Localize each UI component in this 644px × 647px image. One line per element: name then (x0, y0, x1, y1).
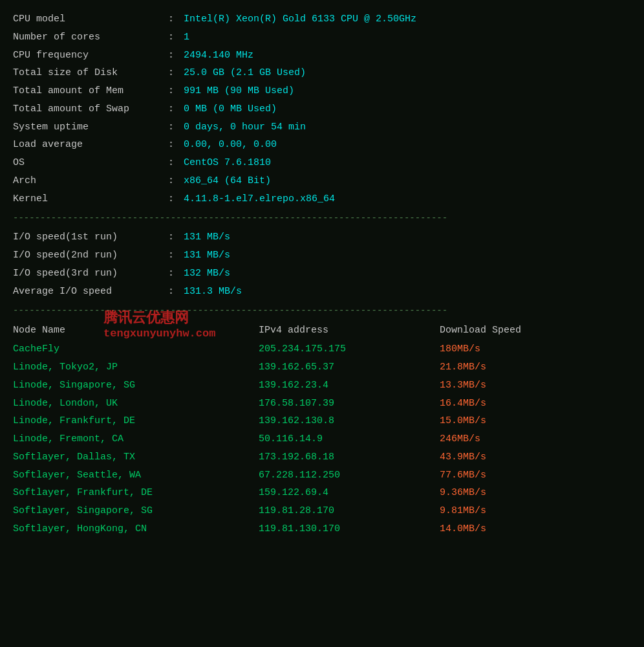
disk-row: Total size of Disk : 25.0 GB (2.1 GB Use… (13, 64, 631, 82)
net-speed: 43.9MB/s (440, 448, 631, 466)
network-row: Softlayer, Singapore, SG119.81.28.1709.8… (13, 502, 631, 520)
load-row: Load average : 0.00, 0.00, 0.00 (13, 136, 631, 154)
io-run3-value: 132 MB/s (184, 265, 230, 283)
io-run1-value: 131 MB/s (184, 228, 230, 247)
network-row: Linode, Frankfurt, DE139.162.130.815.0MB… (13, 412, 631, 430)
net-ipv4: 119.81.28.170 (259, 502, 440, 520)
cpu-freq-row: CPU frequency : 2494.140 MHz (13, 47, 631, 65)
cores-row: Number of cores : 1 (13, 28, 631, 47)
io-avg-row: Average I/O speed : 131.3 MB/s (13, 283, 631, 301)
kernel-row: Kernel : 4.11.8-1.el7.elrepo.x86_64 (13, 190, 631, 208)
col-ipv4-header: IPv4 address (259, 321, 440, 340)
system-info-section: CPU model : Intel(R) Xeon(R) Gold 6133 C… (13, 10, 631, 208)
col-speed-header: Download Speed (440, 321, 631, 340)
cores-label: Number of cores (13, 28, 168, 47)
os-value: CentOS 7.6.1810 (184, 154, 271, 172)
kernel-label: Kernel (13, 190, 168, 208)
cores-value: 1 (184, 28, 189, 47)
net-ipv4: 159.122.69.4 (259, 484, 440, 502)
net-node-name: Softlayer, Singapore, SG (13, 502, 259, 520)
net-node-name: Linode, Fremont, CA (13, 430, 259, 448)
disk-value: 25.0 GB (2.1 GB Used) (184, 64, 306, 82)
cpu-model-row: CPU model : Intel(R) Xeon(R) Gold 6133 C… (13, 10, 631, 28)
io-run3-row: I/O speed(3rd run) : 132 MB/s (13, 265, 631, 283)
io-run2-row: I/O speed(2nd run) : 131 MB/s (13, 247, 631, 265)
net-speed: 9.81MB/s (440, 502, 631, 520)
disk-label: Total size of Disk (13, 64, 168, 82)
net-ipv4: 50.116.14.9 (259, 430, 440, 448)
net-node-name: Softlayer, Seattle, WA (13, 466, 259, 485)
network-row: Linode, Fremont, CA50.116.14.9246MB/s (13, 430, 631, 448)
page-wrapper: CPU model : Intel(R) Xeon(R) Gold 6133 C… (13, 10, 631, 538)
swap-row: Total amount of Swap : 0 MB (0 MB Used) (13, 100, 631, 118)
swap-label: Total amount of Swap (13, 100, 168, 118)
net-speed: 77.6MB/s (440, 466, 631, 485)
io-run2-value: 131 MB/s (184, 247, 230, 265)
uptime-row: System uptime : 0 days, 0 hour 54 min (13, 118, 631, 137)
network-row: Softlayer, Frankfurt, DE159.122.69.49.36… (13, 484, 631, 502)
net-node-name: Linode, Singapore, SG (13, 377, 259, 395)
net-node-name: CacheFly (13, 340, 259, 358)
arch-value: x86_64 (64 Bit) (184, 172, 271, 190)
net-ipv4: 205.234.175.175 (259, 340, 440, 358)
network-row: Softlayer, Dallas, TX173.192.68.1843.9MB… (13, 448, 631, 466)
io-avg-label: Average I/O speed (13, 283, 168, 301)
io-run3-label: I/O speed(3rd run) (13, 265, 168, 283)
network-row: CacheFly205.234.175.175180MB/s (13, 340, 631, 358)
net-ipv4: 119.81.130.170 (259, 520, 440, 538)
divider-1: ----------------------------------------… (13, 213, 631, 223)
io-run1-label: I/O speed(1st run) (13, 228, 168, 247)
network-row: Linode, Singapore, SG139.162.23.413.3MB/… (13, 377, 631, 395)
net-ipv4: 173.192.68.18 (259, 448, 440, 466)
kernel-value: 4.11.8-1.el7.elrepo.x86_64 (184, 190, 335, 208)
cpu-model-value: Intel(R) Xeon(R) Gold 6133 CPU @ 2.50GHz (184, 10, 416, 28)
cpu-freq-value: 2494.140 MHz (184, 47, 253, 65)
net-speed: 21.8MB/s (440, 358, 631, 377)
net-ipv4: 176.58.107.39 (259, 395, 440, 413)
io-run1-row: I/O speed(1st run) : 131 MB/s (13, 228, 631, 247)
net-speed: 246MB/s (440, 430, 631, 448)
net-header-row: Node Name IPv4 address Download Speed (13, 321, 631, 340)
network-row: Linode, London, UK176.58.107.3916.4MB/s (13, 395, 631, 413)
network-row: Linode, Tokyo2, JP139.162.65.3721.8MB/s (13, 358, 631, 377)
net-speed: 15.0MB/s (440, 412, 631, 430)
net-ipv4: 139.162.23.4 (259, 377, 440, 395)
net-node-name: Softlayer, Dallas, TX (13, 448, 259, 466)
io-run2-label: I/O speed(2nd run) (13, 247, 168, 265)
mem-label: Total amount of Mem (13, 82, 168, 100)
network-row: Softlayer, HongKong, CN119.81.130.17014.… (13, 520, 631, 538)
cpu-freq-label: CPU frequency (13, 47, 168, 65)
cpu-model-label: CPU model (13, 10, 168, 28)
net-ipv4: 67.228.112.250 (259, 466, 440, 485)
io-avg-value: 131.3 MB/s (184, 283, 242, 301)
net-speed: 9.36MB/s (440, 484, 631, 502)
load-value: 0.00, 0.00, 0.00 (184, 136, 277, 154)
uptime-label: System uptime (13, 118, 168, 137)
net-ipv4: 139.162.130.8 (259, 412, 440, 430)
os-label: OS (13, 154, 168, 172)
net-speed: 14.0MB/s (440, 520, 631, 538)
net-node-name: Linode, London, UK (13, 395, 259, 413)
network-section: Node Name IPv4 address Download Speed Ca… (13, 321, 631, 538)
mem-value: 991 MB (90 MB Used) (184, 82, 294, 100)
arch-label: Arch (13, 172, 168, 190)
col-node-header: Node Name (13, 321, 259, 340)
net-node-name: Softlayer, Frankfurt, DE (13, 484, 259, 502)
io-section: I/O speed(1st run) : 131 MB/s I/O speed(… (13, 228, 631, 300)
swap-value: 0 MB (0 MB Used) (184, 100, 277, 118)
net-speed: 16.4MB/s (440, 395, 631, 413)
net-node-name: Linode, Frankfurt, DE (13, 412, 259, 430)
arch-row: Arch : x86_64 (64 Bit) (13, 172, 631, 190)
mem-row: Total amount of Mem : 991 MB (90 MB Used… (13, 82, 631, 100)
net-node-name: Softlayer, HongKong, CN (13, 520, 259, 538)
network-row: Softlayer, Seattle, WA67.228.112.25077.6… (13, 466, 631, 485)
divider-2: ----------------------------------------… (13, 305, 631, 316)
uptime-value: 0 days, 0 hour 54 min (184, 118, 306, 137)
net-speed: 13.3MB/s (440, 377, 631, 395)
net-speed: 180MB/s (440, 340, 631, 358)
os-row: OS : CentOS 7.6.1810 (13, 154, 631, 172)
load-label: Load average (13, 136, 168, 154)
net-ipv4: 139.162.65.37 (259, 358, 440, 377)
net-node-name: Linode, Tokyo2, JP (13, 358, 259, 377)
network-rows: CacheFly205.234.175.175180MB/sLinode, To… (13, 340, 631, 538)
